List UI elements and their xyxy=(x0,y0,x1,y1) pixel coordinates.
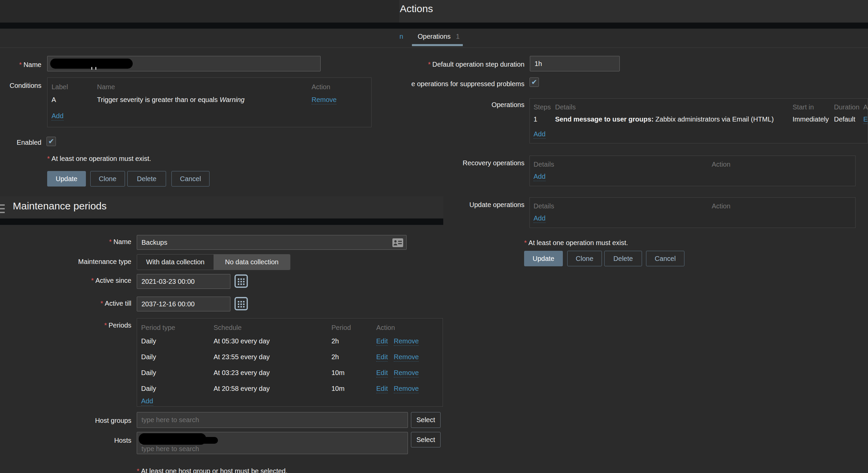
type-option-no-data[interactable]: No data collection xyxy=(214,254,290,270)
tab-operations-label: Operations xyxy=(418,33,451,40)
period-add-link[interactable]: Add xyxy=(141,397,153,406)
period-remove-link[interactable]: Remove xyxy=(394,353,419,361)
cancel-button[interactable]: Cancel xyxy=(172,171,210,187)
active-since-input[interactable]: 2021-03-23 00:00 xyxy=(137,274,230,289)
condition-add-link[interactable]: Add xyxy=(52,112,64,121)
period-row-schedule: At 20:58 every day xyxy=(214,385,270,392)
host-groups-placeholder: type here to search xyxy=(142,416,199,424)
period-row-type: Daily xyxy=(141,337,156,345)
update-operations-table: Details Action Add xyxy=(529,197,856,228)
check-icon: ✔ xyxy=(531,78,537,86)
operation-row-step: 1 xyxy=(533,116,537,123)
operation-row-duration: Default xyxy=(834,116,855,123)
maintenance-title: Maintenance periods xyxy=(13,200,107,212)
col-header-action: Action xyxy=(712,202,731,210)
col-header-steps: Steps xyxy=(533,103,551,111)
period-edit-link[interactable]: Edit xyxy=(376,337,388,346)
text-remnant xyxy=(91,67,92,70)
hosts-multiselect[interactable]: type here to search xyxy=(137,432,408,454)
required-marker: * xyxy=(100,299,103,307)
period-edit-link[interactable]: Edit xyxy=(376,353,388,361)
action-validation-message: *At least one operation must exist. xyxy=(47,155,151,163)
hosts-select-button[interactable]: Select xyxy=(411,432,440,447)
clone-button[interactable]: Clone xyxy=(90,171,125,187)
step-duration-label: *Default operation step duration xyxy=(398,61,524,68)
update-button[interactable]: Update xyxy=(47,171,86,187)
text-remnant xyxy=(95,67,96,70)
period-row-type: Daily xyxy=(141,353,156,361)
maintenance-name-input[interactable]: Backups xyxy=(137,235,407,250)
hosts-label: Hosts xyxy=(0,437,131,444)
period-remove-link[interactable]: Remove xyxy=(394,369,419,377)
update-ops-add-link[interactable]: Add xyxy=(533,215,546,223)
col-header-details: Details xyxy=(533,161,554,168)
tab-operations[interactable]: Operations 1 xyxy=(418,33,460,40)
type-option-with-data[interactable]: With data collection xyxy=(137,254,214,270)
col-header-duration: Duration xyxy=(834,103,860,111)
header-divider-bar xyxy=(0,23,868,29)
suppressed-problems-label: e operations for suppressed problems xyxy=(398,80,524,88)
hosts-placeholder: type here to search xyxy=(142,445,199,453)
maintenance-validation-message: *At least one host group or host must be… xyxy=(137,467,288,473)
tabbar-border xyxy=(0,48,868,48)
operation-row-details: Send message to user groups: Zabbix admi… xyxy=(555,116,774,123)
active-till-label: *Active till xyxy=(0,299,131,307)
required-marker: * xyxy=(47,155,50,162)
screen: Actions n Operations 1 *Name Conditions … xyxy=(0,0,868,473)
required-marker: * xyxy=(104,321,107,329)
host-groups-label: Host groups xyxy=(0,417,131,424)
required-marker: * xyxy=(19,61,22,68)
update-button[interactable]: Update xyxy=(524,251,563,266)
tab-operations-underline xyxy=(412,44,463,46)
period-row-period: 10m xyxy=(332,369,345,377)
operation-add-link[interactable]: Add xyxy=(533,130,546,139)
period-edit-link[interactable]: Edit xyxy=(376,369,388,377)
action-name-label: *Name xyxy=(0,61,41,69)
period-row-period: 10m xyxy=(332,385,345,392)
period-remove-link[interactable]: Remove xyxy=(394,385,419,393)
col-header-period-type: Period type xyxy=(141,324,175,332)
periods-label: *Periods xyxy=(0,321,131,329)
step-duration-input[interactable]: 1h xyxy=(530,56,620,71)
active-till-input[interactable]: 2037-12-16 00:00 xyxy=(137,296,230,311)
period-row-period: 2h xyxy=(332,353,339,361)
condition-remove-link[interactable]: Remove xyxy=(312,96,337,104)
required-marker: * xyxy=(524,239,527,246)
delete-button[interactable]: Delete xyxy=(604,251,642,266)
calendar-icon[interactable] xyxy=(235,296,248,312)
cancel-button[interactable]: Cancel xyxy=(646,251,684,266)
recovery-add-link[interactable]: Add xyxy=(533,173,546,181)
period-edit-link[interactable]: Edit xyxy=(376,385,388,393)
required-marker: * xyxy=(428,61,431,68)
condition-row-name: Trigger severity is greater than or equa… xyxy=(97,96,245,104)
period-remove-link[interactable]: Remove xyxy=(394,337,419,346)
col-header-details: Details xyxy=(555,103,576,111)
period-row-schedule: At 23:55 every day xyxy=(214,353,270,361)
clone-button[interactable]: Clone xyxy=(567,251,602,266)
tab-operations-count: 1 xyxy=(456,33,459,40)
required-marker: * xyxy=(109,238,112,245)
period-row-schedule: At 05:30 every day xyxy=(214,337,270,345)
host-groups-select-button[interactable]: Select xyxy=(411,412,440,428)
col-header-startin: Start in xyxy=(793,103,814,111)
maintenance-window: Maintenance periods *Name Backups Mainte… xyxy=(0,196,443,473)
period-row-type: Daily xyxy=(141,369,156,377)
redaction-blob xyxy=(188,437,218,444)
operations-validation-message: *At least one operation must exist. xyxy=(524,239,628,247)
col-header-name: Name xyxy=(97,83,115,91)
col-header-period: Period xyxy=(332,324,351,332)
operation-edit-link-partial[interactable]: E xyxy=(863,116,868,124)
delete-button[interactable]: Delete xyxy=(127,171,166,187)
action-name-input[interactable] xyxy=(47,56,321,71)
col-header-schedule: Schedule xyxy=(214,324,242,332)
burger-menu-icon[interactable] xyxy=(0,204,5,206)
operations-label: Operations xyxy=(398,101,524,109)
enabled-checkbox[interactable]: ✔ xyxy=(46,137,56,146)
col-header-action-partial: A xyxy=(863,103,868,111)
maintenance-type-segmented: With data collection No data collection xyxy=(137,254,290,270)
suppressed-problems-checkbox[interactable]: ✔ xyxy=(529,77,539,87)
contact-card-icon xyxy=(393,238,403,249)
calendar-icon[interactable] xyxy=(235,274,248,290)
tab-action-partial[interactable]: n xyxy=(400,33,403,40)
host-groups-input[interactable]: type here to search xyxy=(137,412,408,428)
